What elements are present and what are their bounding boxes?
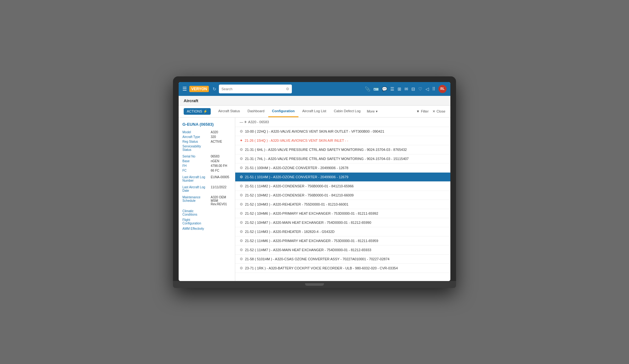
config-item[interactable]: ✦21-26 ( 15HQ ) - A320-VALVE AVIONICS VE… xyxy=(235,136,450,145)
config-item-text: 21-26 ( 15HQ ) - A320-VALVE AVIONICS VEN… xyxy=(245,139,348,142)
sidebar-link-climatic[interactable]: ClimaticConditions xyxy=(179,208,235,217)
config-item-text: 21-52 ( 11HM6 ) - A320-PRIMARY HEAT EXCH… xyxy=(245,239,378,243)
config-item-text: 10-00 ( 22HQ ) - A320-VALVE AVIONICS VEN… xyxy=(245,130,384,133)
sidebar-label-reg-status: Reg Status xyxy=(182,140,211,143)
config-item-text: 21-52 ( 10HM7 ) - A320-MAIN HEAT EXCHANG… xyxy=(245,221,371,224)
config-item-text: 21-52 ( 11HM7 ) - A320-MAIN HEAT EXCHANG… xyxy=(245,248,371,252)
sidebar-link-amm[interactable]: AMM Effectivity xyxy=(179,226,235,231)
sub-nav: ACTIONS ⚡ Aircraft Status Dashboard Conf… xyxy=(179,106,450,118)
list-icon[interactable]: ☰ xyxy=(390,86,394,91)
more-label: More ▾ xyxy=(367,109,377,113)
refresh-icon[interactable]: ↻ xyxy=(213,86,216,91)
config-item-text: 21-52 ( 10HM6 ) - A320-PRIMARY HEAT EXCH… xyxy=(245,212,378,215)
tab-cabin-defect-log[interactable]: Cabin Defect Log xyxy=(330,105,364,117)
more-menu[interactable]: More ▾ xyxy=(364,105,380,117)
alert-icon: ✦ xyxy=(240,138,243,143)
sidebar-row-serial: Serial No 06583 xyxy=(179,154,235,159)
grid-icon[interactable]: ⊞ xyxy=(398,86,401,91)
mail-icon[interactable]: ✉ xyxy=(404,86,408,91)
sub-nav-right: ▼ Filter ✕ Close xyxy=(416,109,445,113)
config-item[interactable]: ⚙21-51 ( 101HM ) - A320-OZONE CONVERTER … xyxy=(235,173,450,182)
sidebar-link-flight[interactable]: FlightConfiguration xyxy=(179,217,235,226)
config-item-text: 21-51 ( 100HM ) - A320-OZONE CONVERTER -… xyxy=(245,166,348,170)
sidebar-label-model: Model xyxy=(182,130,211,134)
top-nav: ☰ VERYON ↻ ⚙ 📎 🪪 💬 ☰ ⊞ ✉ ⊟ ♡ ◁ ⠿ RL xyxy=(179,82,450,96)
config-item[interactable]: ⚙21-52 ( 10HM2 ) - A320-CONDENSER - 756B… xyxy=(235,191,450,200)
sidebar-row-fh: FH 4798.00 FH xyxy=(179,163,235,168)
sidebar-label-fc: FC xyxy=(182,169,211,172)
avatar[interactable]: RL xyxy=(438,85,447,93)
search-bar-icon: ⚙ xyxy=(286,87,289,91)
search-input[interactable] xyxy=(221,87,286,91)
gear-icon: ⚙ xyxy=(240,166,243,170)
actions-button[interactable]: ACTIONS ⚡ xyxy=(184,108,211,115)
laptop-base xyxy=(173,281,456,288)
nav-icons: 📎 🪪 💬 ☰ ⊞ ✉ ⊟ ♡ ◁ ⠿ RL xyxy=(365,85,447,93)
tab-aircraft-status[interactable]: Aircraft Status xyxy=(214,105,244,117)
hamburger-icon[interactable]: ☰ xyxy=(182,86,187,92)
config-item-text: 21-52 ( 10HM3 ) - A320-REHEATER - 755D00… xyxy=(245,202,348,206)
sidebar-row-maint-schedule: MaintenanceSchedule A320 OEM MSM Rev.REV… xyxy=(179,195,235,207)
table-icon[interactable]: ⊟ xyxy=(411,86,415,91)
paperclip-icon[interactable]: 📎 xyxy=(365,86,370,91)
sidebar-label-fh: FH xyxy=(182,164,211,168)
config-item-text: 21-31 ( 6HL ) - A320-VALVE PRESSURE CTRL… xyxy=(245,148,407,152)
config-item-text: 21-51 ( 101HM ) - A320-OZONE CONVERTER -… xyxy=(245,175,348,179)
sidebar-value-fh: 4798.00 FH xyxy=(211,164,227,168)
tab-dashboard[interactable]: Dashboard xyxy=(244,105,268,117)
heart-icon[interactable]: ♡ xyxy=(418,86,422,91)
config-item[interactable]: ⚙21-51 ( 100HM ) - A320-OZONE CONVERTER … xyxy=(235,163,450,173)
sidebar-value-last-log-date: 11/11/2022 xyxy=(211,185,226,192)
config-item[interactable]: ⚙21-52 ( 10HM3 ) - A320-REHEATER - 755D0… xyxy=(235,200,450,209)
sidebar-row-last-log-number: Last Aircraft LogNumber EUNA-00005 xyxy=(179,175,235,183)
config-item[interactable]: ⚙21-31 ( 6HL ) - A320-VALVE PRESSURE CTR… xyxy=(235,145,450,154)
sidebar-label-last-log-number: Last Aircraft LogNumber xyxy=(182,175,211,182)
sidebar-row-aircraft-type: Aircraft Type 320 xyxy=(179,135,235,139)
gear-icon: ⚙ xyxy=(240,239,243,243)
card-icon[interactable]: 🪪 xyxy=(373,86,379,91)
tab-configuration[interactable]: Configuration xyxy=(268,105,298,117)
gear-icon: ⚙ xyxy=(240,202,243,207)
laptop-screen: ☰ VERYON ↻ ⚙ 📎 🪪 💬 ☰ ⊞ ✉ ⊟ ♡ ◁ ⠿ RL xyxy=(179,82,450,281)
config-item[interactable]: ⚙21-52 ( 11HM7 ) - A320-MAIN HEAT EXCHAN… xyxy=(235,245,450,255)
page-header: Aircraft xyxy=(179,96,450,106)
config-item[interactable]: ⚙21-58 ( 5101HM ) - A320-CSAS OZONE CONV… xyxy=(235,255,450,264)
gear-icon: ⚙ xyxy=(240,220,243,225)
sidebar: G-EUNA (06583) Model A320 Aircraft Type … xyxy=(179,118,235,281)
config-item[interactable]: ⚙23-71 ( 1RK ) - A320-BATTERY COCKPIT VO… xyxy=(235,264,450,273)
config-item[interactable]: ⚙21-52 ( 11HM3 ) - A320-REHEATER - 18282… xyxy=(235,227,450,236)
close-button[interactable]: ✕ Close xyxy=(432,109,445,113)
apps-icon[interactable]: ⠿ xyxy=(432,86,435,91)
breadcrumb-path: A320 - 06583 xyxy=(248,120,269,124)
config-item[interactable]: ⚙21-51 ( 11HM2 ) - A320-CONDENSER - 756B… xyxy=(235,182,450,191)
sidebar-value-aircraft-type: 320 xyxy=(211,135,216,139)
config-item[interactable]: ⚙21-31 ( 7HL ) - A320-VALVE PRESSURE CTR… xyxy=(235,154,450,163)
gear-icon: ⚙ xyxy=(240,175,243,179)
sidebar-row-serviceability: ServiceabilityStatus xyxy=(179,144,235,152)
config-item[interactable]: ⚙21-52 ( 10HM6 ) - A320-PRIMARY HEAT EXC… xyxy=(235,209,450,218)
gear-icon: ⚙ xyxy=(240,157,243,161)
sidebar-row-last-log-date: Last Aircraft LogDate 11/11/2022 xyxy=(179,185,235,193)
config-item[interactable]: ⚙21-52 ( 11HM6 ) - A320-PRIMARY HEAT EXC… xyxy=(235,236,450,245)
sidebar-label-maint-schedule: MaintenanceSchedule xyxy=(182,196,211,206)
tab-aircraft-log-list[interactable]: Aircraft Log List xyxy=(298,105,330,117)
sidebar-value-base: nGEN xyxy=(211,159,219,163)
main-content: G-EUNA (06583) Model A320 Aircraft Type … xyxy=(179,118,450,281)
close-label: Close xyxy=(437,109,445,113)
gear-icon: ⚙ xyxy=(240,248,243,252)
config-item[interactable]: ⚙10-00 ( 22HQ ) - A320-VALVE AVIONICS VE… xyxy=(235,127,450,136)
gear-icon: ⚙ xyxy=(240,211,243,216)
config-item-text: 21-58 ( 5101HM ) - A320-CSAS OZONE CONVE… xyxy=(245,257,389,261)
filter-button[interactable]: ▼ Filter xyxy=(416,109,429,113)
chat-icon[interactable]: 💬 xyxy=(382,86,387,91)
sidebar-label-aircraft-type: Aircraft Type xyxy=(182,135,211,139)
gear-icon: ⚙ xyxy=(240,193,243,197)
send-icon[interactable]: ◁ xyxy=(426,86,429,91)
filter-label: Filter xyxy=(421,109,428,113)
config-item[interactable]: ⚙21-52 ( 10HM7 ) - A320-MAIN HEAT EXCHAN… xyxy=(235,218,450,227)
veryon-logo: VERYON xyxy=(189,86,209,92)
sidebar-value-last-log-number: EUNA-00005 xyxy=(211,175,229,182)
config-area: — ✈ A320 - 06583 ⚙10-00 ( 22HQ ) - A320-… xyxy=(235,118,450,281)
sidebar-label-serial: Serial No xyxy=(182,155,211,158)
filter-icon: ▼ xyxy=(416,109,420,113)
